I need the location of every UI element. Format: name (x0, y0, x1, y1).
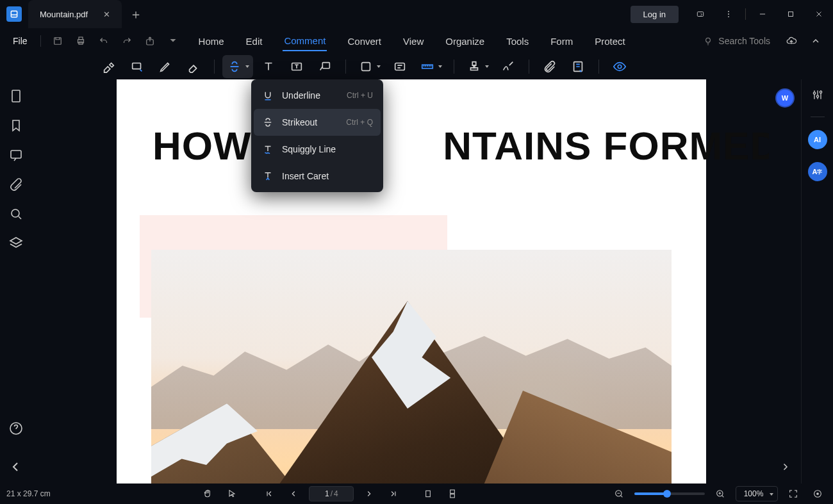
tab-tools[interactable]: Tools (505, 32, 530, 51)
svg-point-2 (728, 11, 729, 12)
svg-rect-28 (450, 490, 455, 493)
comment-toolbar (0, 54, 833, 79)
tab-view[interactable]: View (402, 32, 425, 51)
hand-tool-icon[interactable] (199, 485, 217, 503)
minimize-button[interactable] (748, 0, 777, 28)
ai-badge-icon[interactable]: AI (808, 130, 827, 149)
dropdown-item-squiggly[interactable]: Squiggly Line (254, 136, 381, 163)
hide-annotations-icon[interactable] (607, 55, 632, 78)
svg-rect-20 (12, 90, 20, 102)
stamp-icon[interactable] (462, 55, 493, 78)
dropdown-item-underline[interactable]: Underline Ctrl + U (254, 82, 381, 109)
search-tools-placeholder: Search Tools (718, 36, 770, 46)
measure-icon[interactable] (415, 55, 446, 78)
cloud-upload-icon[interactable] (780, 30, 802, 52)
fullscreen-icon[interactable] (784, 485, 802, 503)
zoom-in-icon[interactable] (711, 485, 729, 503)
tab-title: Mountain.pdf (40, 10, 88, 19)
callout-icon[interactable] (312, 55, 338, 78)
collapse-left-icon[interactable] (8, 459, 24, 475)
more-icon[interactable] (714, 0, 743, 28)
zoom-slider[interactable] (634, 492, 705, 495)
eraser-icon[interactable] (181, 55, 206, 78)
tab-protect[interactable]: Protect (593, 32, 627, 51)
properties-icon[interactable] (811, 88, 824, 104)
maximize-button[interactable] (777, 0, 805, 28)
save-icon[interactable] (47, 31, 68, 51)
svg-point-11 (706, 38, 711, 42)
bookmarks-icon[interactable] (8, 118, 24, 133)
tab-edit[interactable]: Edit (245, 32, 264, 51)
prev-page-icon[interactable] (285, 485, 302, 503)
shapes-icon[interactable] (354, 55, 384, 78)
dropdown-label: Strikeout (282, 117, 317, 127)
left-sidebar (0, 79, 32, 484)
dropdown-item-strikeout[interactable]: Strikeout Ctrl + Q (254, 109, 381, 136)
zoom-select[interactable]: 100% (736, 486, 778, 501)
tab-organize[interactable]: Organize (444, 32, 486, 51)
next-page-icon[interactable] (360, 485, 378, 503)
caret-icon (261, 170, 274, 183)
statusbar: 21 x 29.7 cm 1 / 4 100% (0, 484, 833, 504)
expand-right-icon[interactable] (775, 457, 795, 477)
fit-page-icon[interactable] (809, 485, 827, 503)
login-button[interactable]: Log in (631, 6, 679, 23)
translate-badge-icon[interactable]: A字 (808, 162, 827, 181)
tab-form[interactable]: Form (549, 32, 574, 51)
print-icon[interactable] (70, 31, 91, 51)
tab-convert[interactable]: Convert (346, 32, 383, 51)
area-highlight-icon[interactable] (124, 55, 150, 78)
svg-point-22 (12, 209, 19, 217)
body: HOW A NTAINS FORMED? W AI A字 (0, 79, 833, 484)
text-icon[interactable] (256, 55, 281, 78)
select-tool-icon[interactable] (223, 485, 241, 503)
dropdown-shortcut: Ctrl + U (347, 91, 373, 100)
continuous-page-icon[interactable] (443, 485, 461, 503)
right-sidebar: AI A字 (801, 79, 833, 484)
file-menu[interactable]: File (6, 33, 34, 49)
single-page-icon[interactable] (419, 485, 437, 503)
document-tab[interactable]: Mountain.pdf ✕ (28, 0, 122, 28)
share-icon[interactable] (140, 31, 160, 51)
last-page-icon[interactable] (384, 485, 402, 503)
dropdown-shortcut: Ctrl + Q (346, 118, 373, 127)
redo-icon[interactable] (117, 31, 137, 51)
help-icon[interactable] (8, 421, 24, 436)
undo-icon[interactable] (94, 31, 114, 51)
close-tab-icon[interactable]: ✕ (103, 10, 110, 19)
attachment-icon[interactable] (537, 55, 563, 78)
zoom-out-icon[interactable] (610, 485, 628, 503)
dropdown-item-caret[interactable]: Insert Caret (254, 163, 381, 190)
svg-point-4 (728, 16, 729, 17)
search-panel-icon[interactable] (8, 206, 24, 222)
quick-dropdown-icon[interactable] (163, 31, 183, 51)
search-tools-input[interactable]: Search Tools (703, 36, 770, 46)
page-number-input[interactable]: 1 / 4 (309, 486, 354, 501)
svg-rect-15 (362, 63, 370, 71)
svg-rect-8 (79, 37, 83, 40)
strikeout-icon (261, 116, 274, 129)
document-viewport[interactable]: HOW A NTAINS FORMED? (32, 79, 769, 484)
close-window-button[interactable] (805, 0, 833, 28)
comments-panel-icon[interactable] (8, 147, 24, 163)
highlighter-icon[interactable] (96, 55, 122, 78)
new-tab-button[interactable]: ＋ (122, 0, 150, 28)
signature-icon[interactable] (495, 55, 521, 78)
strikeout-tool-button[interactable] (222, 55, 253, 78)
tab-comment[interactable]: Comment (283, 31, 327, 51)
thumbnails-icon[interactable] (8, 88, 24, 104)
mountain-photo (151, 250, 672, 484)
svg-rect-21 (11, 150, 21, 158)
textbox-icon[interactable] (284, 55, 309, 78)
layers-icon[interactable] (8, 236, 24, 251)
svg-rect-16 (395, 63, 405, 70)
tab-home[interactable]: Home (197, 32, 226, 51)
pencil-icon[interactable] (153, 55, 178, 78)
window-panel-icon[interactable] (686, 0, 714, 28)
notes-panel-icon[interactable] (565, 55, 591, 78)
first-page-icon[interactable] (260, 485, 278, 503)
chevron-up-icon[interactable] (805, 30, 827, 52)
attachments-panel-icon[interactable] (8, 177, 24, 192)
sticky-note-icon[interactable] (387, 55, 413, 78)
word-badge-icon[interactable]: W (775, 88, 795, 108)
